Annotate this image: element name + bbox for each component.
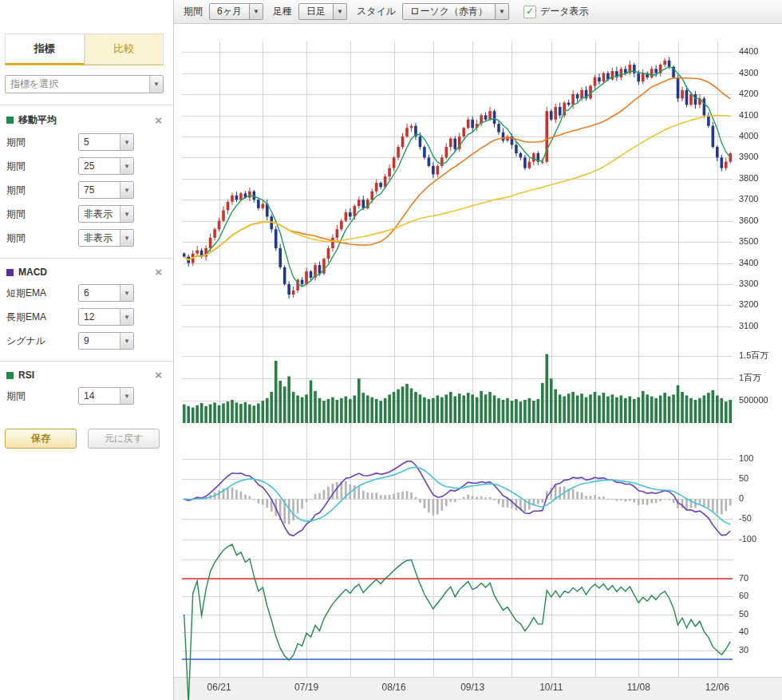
- stock-chart-canvas[interactable]: [174, 24, 782, 700]
- close-macd-icon[interactable]: ×: [152, 267, 165, 277]
- row-label: 期間: [6, 184, 78, 197]
- chevron-down-icon: ▼: [120, 285, 133, 301]
- row-label: シグナル: [6, 334, 78, 348]
- indicator-settings-panel: 指標 比較 指標を選択 ▼ 移動平均 × 期間 5 ▼ 期間 25 ▼ 期間: [0, 0, 174, 700]
- rsi-color-swatch: [6, 372, 14, 379]
- row-label: 期間: [6, 160, 78, 173]
- select-value: 6: [84, 287, 89, 299]
- chevron-down-icon: ▼: [120, 309, 133, 325]
- data-display-label: データ表示: [540, 5, 589, 18]
- bartype-dropdown[interactable]: 日足 ▼: [298, 3, 347, 20]
- select-value: 14: [84, 390, 94, 401]
- ma-period-row-5: 期間 非表示 ▼: [6, 229, 165, 247]
- chevron-down-icon: ▼: [120, 206, 133, 222]
- ma-period-row-4: 期間 非表示 ▼: [6, 205, 165, 223]
- reset-button[interactable]: 元に戻す: [88, 429, 160, 449]
- ma-period-4-select[interactable]: 非表示 ▼: [78, 205, 134, 223]
- chevron-down-icon: ▼: [334, 3, 347, 20]
- chevron-down-icon: ▼: [120, 388, 133, 404]
- chevron-down-icon: ▼: [149, 76, 163, 93]
- ma-section-title: 移動平均: [18, 113, 57, 127]
- indicator-select[interactable]: 指標を選択 ▼: [5, 75, 164, 93]
- row-label: 短期EMA: [6, 287, 78, 300]
- select-value: 12: [84, 311, 94, 322]
- macd-fast-ema-select[interactable]: 6 ▼: [78, 284, 134, 302]
- style-label: スタイル: [357, 5, 396, 18]
- action-buttons: 保存 元に戻す: [0, 416, 173, 449]
- chevron-down-icon: ▼: [120, 182, 133, 198]
- select-value: 25: [84, 160, 94, 172]
- indicator-select-value: 指標を選択: [10, 77, 58, 91]
- ma-period-1-select[interactable]: 5 ▼: [78, 133, 134, 151]
- macd-signal-row: シグナル 9 ▼: [6, 332, 165, 350]
- ma-period-5-select[interactable]: 非表示 ▼: [78, 229, 134, 247]
- select-value: 非表示: [84, 208, 113, 221]
- rsi-indicator-section: RSI × 期間 14 ▼: [0, 361, 173, 416]
- row-label: 長期EMA: [6, 310, 78, 324]
- chart-area: 期間 6ヶ月 ▼ 足種 日足 ▼ スタイル ローソク（赤青） ▼ ✓ データ表示: [174, 0, 782, 700]
- chevron-down-icon: ▼: [120, 230, 133, 246]
- select-value: 75: [84, 184, 94, 196]
- macd-section-title: MACD: [18, 267, 47, 278]
- style-value: ローソク（赤青）: [402, 3, 496, 20]
- macd-fast-row: 短期EMA 6 ▼: [6, 284, 165, 302]
- chevron-down-icon: ▼: [120, 134, 133, 150]
- chevron-down-icon: ▼: [496, 3, 509, 20]
- stock-chart-app: { "icons": { "chevron_down": "▼", "close…: [0, 0, 782, 700]
- bartype-value: 日足: [298, 3, 334, 20]
- rsi-period-row: 期間 14 ▼: [6, 387, 165, 405]
- period-dropdown[interactable]: 6ヶ月 ▼: [209, 3, 263, 20]
- rsi-section-title: RSI: [18, 370, 34, 381]
- close-ma-icon[interactable]: ×: [152, 116, 165, 125]
- rsi-period-select[interactable]: 14 ▼: [78, 387, 134, 405]
- ma-period-row-2: 期間 25 ▼: [6, 157, 165, 175]
- macd-color-swatch: [6, 269, 14, 276]
- row-label: 期間: [6, 208, 78, 221]
- macd-slow-row: 長期EMA 12 ▼: [6, 308, 165, 326]
- chevron-down-icon: ▼: [120, 158, 133, 174]
- select-value: 非表示: [84, 231, 113, 245]
- row-label: 期間: [6, 231, 78, 245]
- row-label: 期間: [6, 390, 78, 403]
- macd-signal-select[interactable]: 9 ▼: [78, 332, 134, 350]
- check-icon: ✓: [523, 6, 536, 18]
- select-value: 9: [84, 335, 89, 346]
- chevron-down-icon: ▼: [250, 3, 263, 20]
- chart-toolbar: 期間 6ヶ月 ▼ 足種 日足 ▼ スタイル ローソク（赤青） ▼ ✓ データ表示: [174, 0, 782, 24]
- period-value: 6ヶ月: [209, 3, 250, 20]
- ma-indicator-section: 移動平均 × 期間 5 ▼ 期間 25 ▼ 期間 75 ▼ 期間: [0, 105, 173, 258]
- close-rsi-icon[interactable]: ×: [152, 370, 165, 380]
- ma-period-2-select[interactable]: 25 ▼: [78, 157, 134, 175]
- select-value: 5: [84, 136, 89, 148]
- ma-color-swatch: [6, 117, 14, 124]
- ma-period-row-1: 期間 5 ▼: [6, 133, 165, 151]
- period-label: 期間: [184, 5, 203, 18]
- macd-slow-ema-select[interactable]: 12 ▼: [78, 308, 134, 326]
- ma-period-3-select[interactable]: 75 ▼: [78, 181, 134, 199]
- save-button[interactable]: 保存: [5, 429, 77, 449]
- style-dropdown[interactable]: ローソク（赤青） ▼: [402, 3, 509, 20]
- sidebar-tabs: 指標 比較: [5, 34, 164, 65]
- tab-compare[interactable]: 比較: [85, 34, 164, 65]
- bartype-label: 足種: [273, 5, 292, 18]
- tab-indicators[interactable]: 指標: [5, 34, 85, 65]
- macd-indicator-section: MACD × 短期EMA 6 ▼ 長期EMA 12 ▼ シグナル 9 ▼: [0, 258, 173, 361]
- row-label: 期間: [6, 136, 78, 149]
- ma-period-row-3: 期間 75 ▼: [6, 181, 165, 199]
- chevron-down-icon: ▼: [120, 333, 133, 349]
- data-display-checkbox[interactable]: ✓ データ表示: [523, 5, 589, 18]
